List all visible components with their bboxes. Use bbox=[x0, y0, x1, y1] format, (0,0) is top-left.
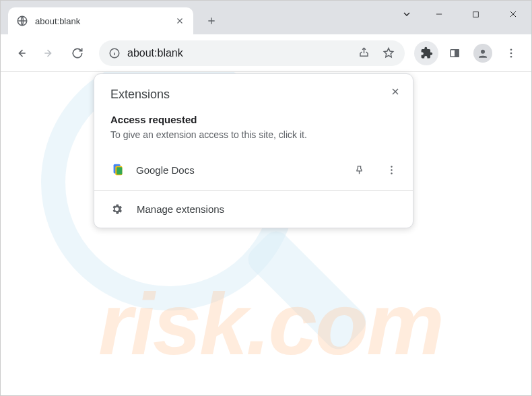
section-heading: Access requested bbox=[110, 114, 397, 125]
manage-extensions-button[interactable]: Manage extensions bbox=[94, 191, 413, 228]
address-bar[interactable]: about:blank bbox=[99, 40, 405, 66]
title-bar: about:blank bbox=[1, 1, 531, 34]
extensions-button[interactable] bbox=[414, 41, 438, 65]
close-tab-icon[interactable] bbox=[174, 15, 185, 26]
forward-button[interactable] bbox=[37, 41, 61, 65]
tab-search-button[interactable] bbox=[393, 1, 420, 28]
menu-button[interactable] bbox=[499, 41, 523, 65]
popup-title: Extensions bbox=[110, 88, 399, 102]
extension-menu-button[interactable] bbox=[380, 159, 402, 180]
extension-name: Google Docs bbox=[136, 164, 337, 176]
svg-rect-11 bbox=[117, 167, 122, 174]
popup-header: Extensions bbox=[94, 74, 413, 107]
gear-icon bbox=[110, 203, 123, 216]
svg-point-14 bbox=[391, 172, 392, 174]
svg-point-7 bbox=[510, 52, 512, 54]
access-requested-section: Access requested To give an extension ac… bbox=[94, 107, 413, 150]
svg-rect-1 bbox=[473, 11, 479, 17]
share-icon[interactable] bbox=[358, 46, 371, 59]
tab-title: about:blank bbox=[35, 16, 168, 26]
new-tab-button[interactable] bbox=[201, 11, 222, 31]
bookmark-star-icon[interactable] bbox=[382, 46, 395, 60]
svg-point-12 bbox=[391, 166, 392, 167]
popup-close-button[interactable] bbox=[386, 82, 405, 101]
svg-point-8 bbox=[510, 55, 512, 57]
reload-button[interactable] bbox=[65, 41, 90, 65]
avatar-icon bbox=[473, 44, 492, 63]
browser-toolbar: about:blank bbox=[1, 34, 531, 72]
minimize-button[interactable] bbox=[420, 1, 457, 28]
browser-tab[interactable]: about:blank bbox=[8, 7, 193, 34]
google-docs-icon bbox=[110, 162, 125, 177]
svg-point-13 bbox=[391, 169, 392, 170]
url-text: about:blank bbox=[127, 47, 351, 59]
close-window-button[interactable] bbox=[494, 1, 531, 28]
back-button[interactable] bbox=[9, 41, 33, 65]
window-controls bbox=[393, 1, 531, 28]
section-description: To give an extension access to this site… bbox=[110, 129, 397, 140]
pin-button[interactable] bbox=[348, 159, 370, 180]
side-panel-button[interactable] bbox=[442, 41, 467, 65]
extensions-popup: Extensions Access requested To give an e… bbox=[94, 73, 413, 228]
maximize-button[interactable] bbox=[457, 1, 494, 28]
profile-button[interactable] bbox=[471, 41, 495, 65]
info-icon[interactable] bbox=[108, 47, 121, 59]
svg-rect-4 bbox=[455, 49, 459, 57]
svg-point-6 bbox=[510, 48, 512, 51]
watermark-risk: risk.com bbox=[98, 273, 442, 374]
extension-item[interactable]: Google Docs bbox=[94, 150, 413, 190]
manage-extensions-label: Manage extensions bbox=[137, 203, 224, 215]
svg-point-5 bbox=[481, 49, 485, 53]
globe-icon bbox=[16, 15, 28, 27]
